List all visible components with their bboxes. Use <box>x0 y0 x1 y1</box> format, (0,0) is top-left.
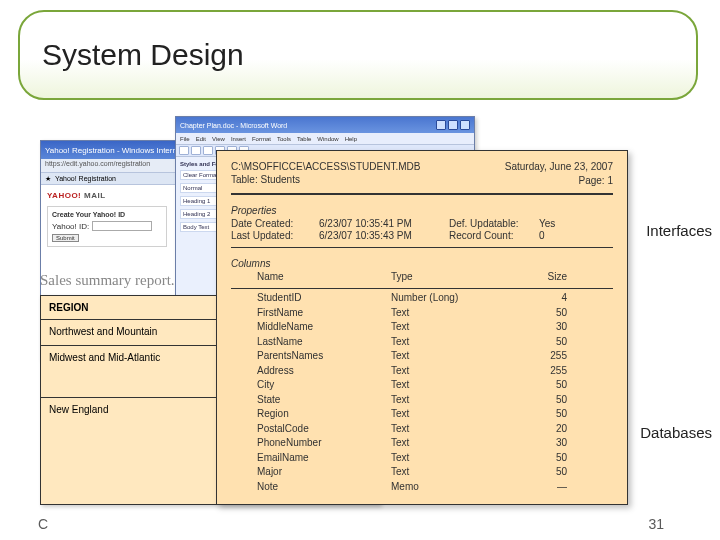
column-row: FirstName Text 50 <box>231 306 613 320</box>
content-stage: Yahoo! Registration - Windows Internet E… <box>0 110 720 540</box>
col-type: Text <box>391 422 531 436</box>
col-name: PhoneNumber <box>231 436 391 450</box>
logo-suffix: MAIL <box>84 191 106 200</box>
col-type: Text <box>391 465 531 479</box>
footer-left: C <box>38 516 48 532</box>
col-name: PostalCode <box>231 422 391 436</box>
col-type: Text <box>391 349 531 363</box>
menu-item[interactable]: Window <box>317 136 338 142</box>
menu-item[interactable]: Tools <box>277 136 291 142</box>
col-size: 50 <box>531 335 591 349</box>
col-name: City <box>231 378 391 392</box>
prop-value: 6/23/07 10:35:41 PM <box>319 218 449 229</box>
menu-item[interactable]: Format <box>252 136 271 142</box>
prop-label: Record Count: <box>449 230 539 241</box>
col-size: 50 <box>531 407 591 421</box>
slide-title: System Design <box>42 38 244 72</box>
access-table-doc: C:\MSOFFICCE\ACCESS\STUDENT.MDB Saturday… <box>216 150 628 505</box>
col-name: MiddleName <box>231 320 391 334</box>
prop-value: 6/23/07 10:35:43 PM <box>319 230 449 241</box>
menu-item[interactable]: Table <box>297 136 311 142</box>
column-row: Region Text 50 <box>231 407 613 421</box>
col-name: EmailName <box>231 451 391 465</box>
col-type: Text <box>391 393 531 407</box>
col-size: 30 <box>531 320 591 334</box>
region-cell: Midwest and Mid-Atlantic <box>41 346 227 397</box>
page-label: Page: 1 <box>579 175 613 186</box>
yahoo-logo: YAHOO! MAIL <box>47 191 106 200</box>
word-titlebar[interactable]: Chapter Plan.doc - Microsoft Word <box>176 117 474 133</box>
column-row: Note Memo — <box>231 480 613 494</box>
signup-heading: Create Your Yahoo! ID <box>52 211 162 218</box>
prop-value: Yes <box>539 218 579 229</box>
menu-item[interactable]: File <box>180 136 190 142</box>
col-name: Region <box>231 407 391 421</box>
col-type: Text <box>391 306 531 320</box>
sales-caption: Sales summary report. <box>40 272 175 289</box>
col-name-header: Name <box>231 271 391 282</box>
db-path: C:\MSOFFICCE\ACCESS\STUDENT.MDB <box>231 161 420 172</box>
properties-grid: Date Created: 6/23/07 10:35:41 PM Def. U… <box>231 218 613 241</box>
col-name: Note <box>231 480 391 494</box>
menu-item[interactable]: View <box>212 136 225 142</box>
col-name: ParentsNames <box>231 349 391 363</box>
word-window-title: Chapter Plan.doc - Microsoft Word <box>180 122 287 129</box>
col-type: Memo <box>391 480 531 494</box>
column-row: City Text 50 <box>231 378 613 392</box>
col-size: 4 <box>531 291 591 305</box>
signup-panel: Create Your Yahoo! ID Yahoo! ID: Submit <box>47 206 167 247</box>
menu-item[interactable]: Edit <box>196 136 206 142</box>
yahoo-id-input[interactable] <box>92 221 152 231</box>
menu-item[interactable]: Help <box>345 136 357 142</box>
column-row: PhoneNumber Text 30 <box>231 436 613 450</box>
col-name: LastName <box>231 335 391 349</box>
maximize-icon[interactable] <box>448 120 458 130</box>
minimize-icon[interactable] <box>436 120 446 130</box>
table-name: Table: Students <box>231 174 613 185</box>
col-type: Text <box>391 335 531 349</box>
window-controls <box>436 120 470 130</box>
col-type: Text <box>391 436 531 450</box>
col-size: 50 <box>531 378 591 392</box>
col-size: 50 <box>531 451 591 465</box>
col-name: State <box>231 393 391 407</box>
column-row: ParentsNames Text 255 <box>231 349 613 363</box>
col-size: 50 <box>531 465 591 479</box>
slide: System Design Yahoo! Registration - Wind… <box>0 0 720 540</box>
col-type: Text <box>391 320 531 334</box>
menu-item[interactable]: Insert <box>231 136 246 142</box>
col-size: 255 <box>531 364 591 378</box>
column-row: State Text 50 <box>231 393 613 407</box>
region-cell: Northwest and Mountain <box>41 320 227 345</box>
section-columns: Columns <box>231 258 613 269</box>
col-size: 50 <box>531 393 591 407</box>
prop-value: 0 <box>539 230 579 241</box>
col-size: 30 <box>531 436 591 450</box>
word-menubar[interactable]: FileEditViewInsertFormatToolsTableWindow… <box>176 133 474 145</box>
col-name: Address <box>231 364 391 378</box>
browser-tab[interactable]: Yahoo! Registration <box>55 175 116 182</box>
column-row: Address Text 255 <box>231 364 613 378</box>
page-number: 31 <box>648 516 664 532</box>
toolbar-icon[interactable] <box>179 146 189 155</box>
close-icon[interactable] <box>460 120 470 130</box>
id-field-label: Yahoo! ID: <box>52 222 89 231</box>
divider <box>231 288 613 289</box>
section-properties: Properties <box>231 205 613 216</box>
submit-button[interactable]: Submit <box>52 234 79 242</box>
col-size-header: Size <box>531 271 591 282</box>
col-size: — <box>531 480 591 494</box>
toolbar-icon[interactable] <box>191 146 201 155</box>
col-type: Text <box>391 407 531 421</box>
col-size: 255 <box>531 349 591 363</box>
col-name: FirstName <box>231 306 391 320</box>
col-size: 50 <box>531 306 591 320</box>
toolbar-icon[interactable] <box>203 146 213 155</box>
col-type: Text <box>391 451 531 465</box>
column-row: StudentID Number (Long) 4 <box>231 291 613 305</box>
col-name: StudentID <box>231 291 391 305</box>
label-interfaces: Interfaces <box>646 222 712 239</box>
col-type: Text <box>391 364 531 378</box>
col-size: 20 <box>531 422 591 436</box>
column-row: Major Text 50 <box>231 465 613 479</box>
